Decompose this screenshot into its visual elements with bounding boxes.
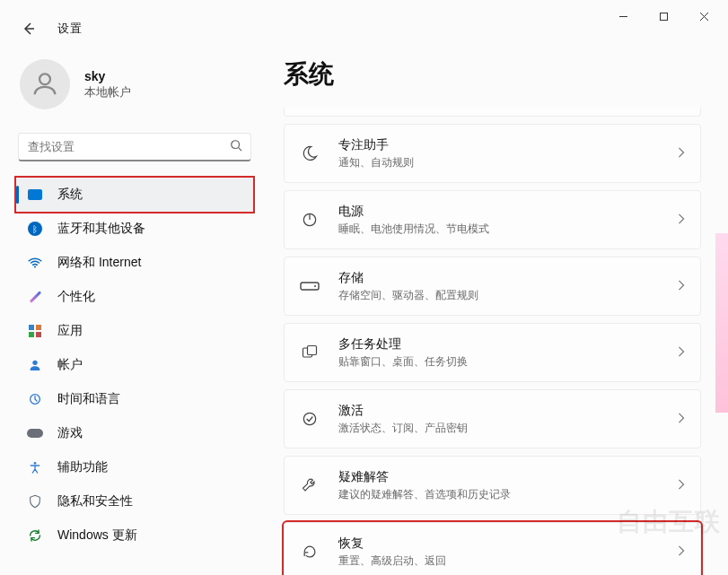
profile-username: sky <box>84 69 131 83</box>
decorative-strip <box>715 233 728 413</box>
search-wrap <box>18 133 251 161</box>
sidebar-item-bluetooth[interactable]: ᛒ 蓝牙和其他设备 <box>16 212 253 246</box>
card-subtitle: 睡眠、电池使用情况、节电模式 <box>338 222 677 237</box>
sidebar-item-label: 蓝牙和其他设备 <box>57 221 145 237</box>
chevron-right-icon <box>677 145 686 161</box>
settings-window: 设置 sky 本地帐户 <box>0 0 728 575</box>
card-subtitle: 贴靠窗口、桌面、任务切换 <box>338 354 677 370</box>
moon-icon <box>297 141 322 166</box>
update-icon <box>27 527 43 544</box>
sidebar-item-label: 隐私和安全性 <box>57 493 133 510</box>
card-title: 存储 <box>338 270 677 286</box>
card-partial-above[interactable] <box>284 108 701 117</box>
user-icon <box>27 357 43 373</box>
sidebar-item-label: 辅助功能 <box>57 459 108 475</box>
shield-icon <box>27 493 43 510</box>
sidebar-item-system[interactable]: 系统 <box>16 178 253 212</box>
wifi-icon <box>27 255 43 271</box>
gaming-icon <box>27 425 43 441</box>
time-language-icon <box>27 391 43 407</box>
card-focus-assist[interactable]: 专注助手 通知、自动规则 <box>284 124 701 183</box>
sidebar-item-label: 个性化 <box>57 289 95 305</box>
card-troubleshoot[interactable]: 疑难解答 建议的疑难解答、首选项和历史记录 <box>284 456 701 515</box>
svg-point-1 <box>39 74 50 84</box>
sidebar-item-network[interactable]: 网络和 Internet <box>16 246 253 280</box>
check-circle-icon <box>297 406 322 431</box>
card-subtitle: 激活状态、订阅、产品密钥 <box>338 421 677 436</box>
sidebar-item-windows-update[interactable]: Windows 更新 <box>16 518 253 553</box>
pen-icon <box>27 289 43 305</box>
wrench-icon <box>297 473 322 498</box>
card-subtitle: 重置、高级启动、返回 <box>338 553 677 569</box>
card-title: 多任务处理 <box>338 336 677 353</box>
card-subtitle: 通知、自动规则 <box>338 155 677 170</box>
sidebar-nav: 系统 ᛒ 蓝牙和其他设备 网络和 Internet 个性化 <box>16 178 253 553</box>
sidebar: sky 本地帐户 系统 ᛒ 蓝牙和其他设备 <box>0 47 269 575</box>
storage-icon <box>297 274 322 299</box>
avatar <box>20 59 70 109</box>
system-icon <box>27 187 43 203</box>
profile-block[interactable]: sky 本地帐户 <box>16 59 253 109</box>
sidebar-item-personalization[interactable]: 个性化 <box>16 280 253 314</box>
person-icon <box>30 69 60 100</box>
card-power[interactable]: 电源 睡眠、电池使用情况、节电模式 <box>284 190 701 249</box>
sidebar-item-gaming[interactable]: 游戏 <box>16 416 253 450</box>
card-title: 电源 <box>338 204 677 220</box>
card-recovery[interactable]: 恢复 重置、高级启动、返回 <box>284 522 701 575</box>
sidebar-item-time-language[interactable]: 时间和语言 <box>16 382 253 416</box>
card-title: 激活 <box>338 403 677 419</box>
card-title: 疑难解答 <box>338 469 677 485</box>
card-title: 恢复 <box>338 536 677 552</box>
svg-rect-11 <box>308 346 317 355</box>
back-button[interactable] <box>16 16 41 41</box>
svg-point-12 <box>303 413 315 424</box>
sidebar-item-label: Windows 更新 <box>57 527 137 544</box>
svg-rect-0 <box>661 13 668 20</box>
chevron-right-icon <box>677 278 686 294</box>
accessibility-icon <box>27 459 43 475</box>
back-arrow-icon <box>22 22 36 36</box>
card-storage[interactable]: 存储 存储空间、驱动器、配置规则 <box>284 257 701 316</box>
sidebar-item-accounts[interactable]: 帐户 <box>16 348 253 382</box>
chevron-right-icon <box>677 344 686 361</box>
sidebar-item-label: 帐户 <box>57 357 83 373</box>
svg-point-9 <box>314 285 316 287</box>
chevron-right-icon <box>677 212 686 228</box>
bluetooth-icon: ᛒ <box>27 221 43 237</box>
sidebar-item-privacy[interactable]: 隐私和安全性 <box>16 484 253 518</box>
chevron-right-icon <box>677 477 686 493</box>
svg-point-4 <box>32 361 37 365</box>
sidebar-item-apps[interactable]: 应用 <box>16 314 253 348</box>
page-title: 系统 <box>284 57 701 91</box>
search-input[interactable] <box>18 133 251 161</box>
svg-point-3 <box>34 266 36 267</box>
settings-card-list: 专注助手 通知、自动规则 电源 睡眠、电池使用情况、节电模式 <box>284 108 701 575</box>
chevron-right-icon <box>677 411 686 427</box>
close-button[interactable] <box>684 4 724 29</box>
sidebar-item-label: 时间和语言 <box>57 391 120 407</box>
card-subtitle: 建议的疑难解答、首选项和历史记录 <box>338 487 677 502</box>
card-title: 专注助手 <box>338 137 677 153</box>
apps-icon <box>27 323 43 339</box>
minimize-icon <box>618 12 628 22</box>
main-content: 系统 专注助手 通知、自动规则 <box>269 47 728 575</box>
close-icon <box>699 12 709 22</box>
sidebar-item-label: 网络和 Internet <box>57 255 141 271</box>
card-activation[interactable]: 激活 激活状态、订阅、产品密钥 <box>284 389 701 449</box>
card-multitasking[interactable]: 多任务处理 贴靠窗口、桌面、任务切换 <box>284 323 701 382</box>
chevron-right-icon <box>677 544 686 560</box>
power-icon <box>297 207 322 232</box>
recovery-icon <box>297 539 322 564</box>
sidebar-item-label: 系统 <box>57 187 83 203</box>
maximize-button[interactable] <box>644 4 684 29</box>
card-subtitle: 存储空间、驱动器、配置规则 <box>338 288 677 303</box>
title-bar: 设置 <box>0 0 728 36</box>
sidebar-item-label: 应用 <box>57 323 83 339</box>
sidebar-item-label: 游戏 <box>57 425 83 441</box>
svg-point-6 <box>34 462 37 465</box>
minimize-button[interactable] <box>603 4 644 29</box>
app-title: 设置 <box>57 22 82 37</box>
maximize-icon <box>659 12 669 22</box>
sidebar-item-accessibility[interactable]: 辅助功能 <box>16 450 253 484</box>
profile-account-type: 本地帐户 <box>84 85 131 100</box>
